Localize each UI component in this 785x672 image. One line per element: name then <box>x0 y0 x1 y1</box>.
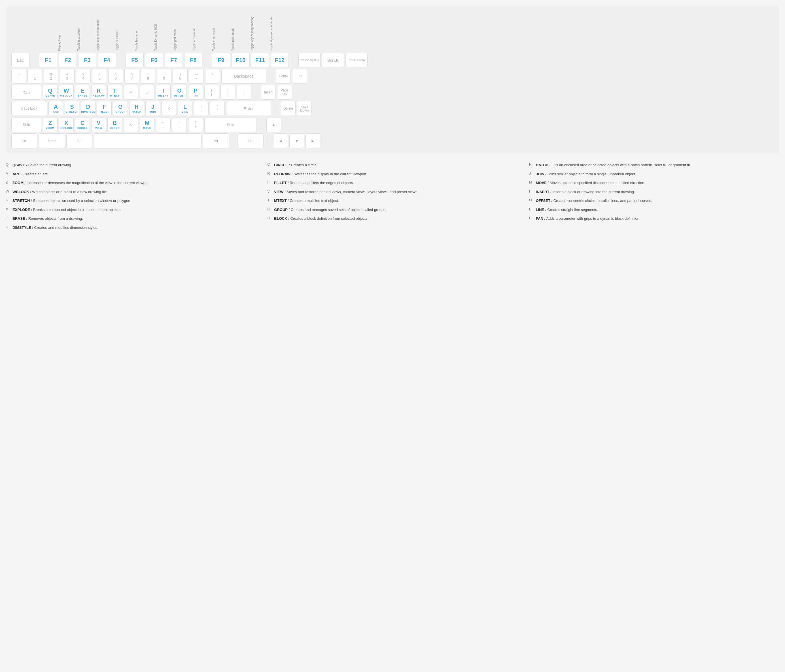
u-key[interactable]: U <box>140 85 155 100</box>
k-key[interactable]: K <box>161 101 176 116</box>
open-brace-key[interactable]: {[ <box>204 85 219 100</box>
g-key[interactable]: GGROUP <box>113 101 128 116</box>
desc-h: H HATCH / Fills an enclosed area or sele… <box>529 161 779 170</box>
pagedown-key[interactable]: PageDown <box>297 101 312 116</box>
f4-label: Toggle 3DOsnap <box>116 11 134 51</box>
7-key[interactable]: &7 <box>124 69 139 84</box>
p-key[interactable]: PPAN <box>188 85 203 100</box>
scrlk-key[interactable]: ScrLK <box>322 53 344 67</box>
s-key[interactable]: SSTRETCH <box>65 101 79 116</box>
j-key[interactable]: JJOIN <box>145 101 160 116</box>
arrow-right-key[interactable]: ► <box>305 133 320 148</box>
close-brace-key[interactable]: }] <box>220 85 235 100</box>
f9-key[interactable]: F9 <box>212 53 230 67</box>
f2-key[interactable]: F2 <box>59 53 77 67</box>
t-key[interactable]: TMTEXT <box>107 85 122 100</box>
ctrl-left-key[interactable]: Ctrl <box>11 133 38 148</box>
f3-key[interactable]: F3 <box>78 53 96 67</box>
desc-t: T MTEXT / Creates a multiline text objec… <box>267 196 518 205</box>
v-key[interactable]: VVIEW <box>91 117 106 132</box>
tab-key[interactable]: Tab <box>11 85 41 100</box>
pageup-key[interactable]: PageUp <box>277 85 292 100</box>
f7-key[interactable]: F7 <box>165 53 183 67</box>
f8-key[interactable]: F8 <box>184 53 202 67</box>
alt-left-key[interactable]: Alt <box>66 133 92 148</box>
4-key[interactable]: $4 <box>76 69 91 84</box>
f12-label: Toggle dynamic input mode <box>270 11 288 51</box>
pause-key[interactable]: Pause Break <box>346 53 367 67</box>
shift-right-key[interactable]: Shift <box>204 117 257 132</box>
x-key[interactable]: XEXPLODE <box>59 117 73 132</box>
question-key[interactable]: ?/ <box>188 117 203 132</box>
6-key[interactable]: ^6 <box>108 69 123 84</box>
8-key[interactable]: *8 <box>141 69 155 84</box>
f10-key[interactable]: F10 <box>231 53 250 67</box>
f7-label: Toggle grid mode <box>174 11 192 51</box>
d-key[interactable]: DDIMSTYLE <box>81 101 95 116</box>
shift-left-key[interactable]: Shift <box>11 117 41 132</box>
o-key[interactable]: OOFFSET <box>172 85 187 100</box>
gt-key[interactable]: >. <box>172 117 187 132</box>
f4-key[interactable]: F4 <box>98 53 116 67</box>
desc-q: Q QSAVE / Saves the current drawing. <box>6 161 256 170</box>
f12-key[interactable]: F12 <box>271 53 289 67</box>
colon-key[interactable]: :; <box>194 101 209 116</box>
desc-v: V VIEW / Saves and restores named views,… <box>267 187 518 196</box>
h-key[interactable]: HHATCH <box>129 101 144 116</box>
y-key[interactable]: Y <box>124 85 138 100</box>
alt-right-key[interactable]: Alt <box>203 133 229 148</box>
0-key[interactable]: )0 <box>173 69 188 84</box>
lt-key[interactable]: <, <box>156 117 170 132</box>
1-key[interactable]: !1 <box>28 69 42 84</box>
arrow-left-key[interactable]: ◄ <box>273 133 288 148</box>
w-key[interactable]: WWBLOCK <box>59 85 73 100</box>
home-key[interactable]: Home <box>276 69 291 84</box>
2-key[interactable]: @2 <box>44 69 58 84</box>
end-key[interactable]: End <box>292 69 307 84</box>
capslock-key[interactable]: Caps Lock <box>11 101 47 116</box>
zxcv-row: Shift ZZOOM XEXPLODE CCIRCLE VVIEW BBLOC… <box>11 117 774 132</box>
e-key[interactable]: EERASE <box>75 85 90 100</box>
c-key[interactable]: CCIRCLE <box>75 117 90 132</box>
z-key[interactable]: ZZOOM <box>43 117 58 132</box>
pipe-key[interactable]: |\ <box>237 85 251 100</box>
ctrl-right-key[interactable]: Ctrl <box>238 133 264 148</box>
a-key[interactable]: AARC <box>48 101 63 116</box>
l-key[interactable]: LLINE <box>178 101 192 116</box>
desc-b: B BLOCK / Creates a block definition fro… <box>267 214 518 223</box>
f1-key[interactable]: F1 <box>39 53 57 67</box>
backspace-key[interactable]: Backspace <box>221 69 266 84</box>
f6-key[interactable]: F6 <box>145 53 163 67</box>
n-key[interactable]: N <box>124 117 138 132</box>
arrow-down-key[interactable]: ▼ <box>289 133 304 148</box>
f-key[interactable]: FFILLET <box>97 101 112 116</box>
9-key[interactable]: (9 <box>157 69 172 84</box>
f5-key[interactable]: F5 <box>125 53 144 67</box>
enter-key[interactable]: Enter <box>226 101 271 116</box>
tilde-key[interactable]: ~` <box>11 69 26 84</box>
quote-key[interactable]: "' <box>210 101 225 116</box>
desc-x: X EXPLODE / Breaks a compound object int… <box>6 205 256 214</box>
3-key[interactable]: #3 <box>60 69 75 84</box>
delete-key[interactable]: Delete <box>281 101 296 116</box>
space-key[interactable] <box>94 133 202 148</box>
minus-key[interactable]: —- <box>189 69 204 84</box>
prtscn-key[interactable]: PrtScn SysRq <box>299 53 321 67</box>
arrow-up-key[interactable]: ▲ <box>266 117 281 132</box>
i-key[interactable]: IINSERT <box>156 85 170 100</box>
m-key[interactable]: MMOVE <box>140 117 155 132</box>
r-key[interactable]: RREDRAW <box>91 85 106 100</box>
bottom-row: Ctrl Start Alt Alt Ctrl ◄ ▼ ► <box>11 133 774 148</box>
q-key[interactable]: QQSAVE <box>43 85 58 100</box>
start-key[interactable]: Start <box>39 133 65 148</box>
b-key[interactable]: BBLOCK <box>107 117 122 132</box>
f11-key[interactable]: F11 <box>251 53 269 67</box>
desc-l: L LINE / Creates straight line segments. <box>529 205 779 214</box>
5-key[interactable]: %5 <box>92 69 107 84</box>
fkey-labels: Display Help Toggle text screen Toggle o… <box>11 11 774 51</box>
descriptions-section: Q QSAVE / Saves the current drawing. A A… <box>6 161 779 232</box>
esc-key[interactable]: Esc <box>11 53 30 67</box>
f3-label: Toggle object snap mode <box>96 11 114 51</box>
equals-key[interactable]: += <box>205 69 220 84</box>
insert-key[interactable]: Insert <box>261 85 276 100</box>
